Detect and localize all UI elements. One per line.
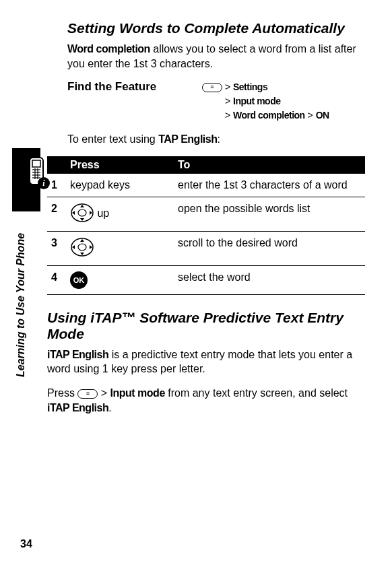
enter-text-line: To enter text using TAP English:: [67, 132, 365, 147]
svg-marker-21: [90, 245, 92, 249]
step-press: [66, 231, 174, 265]
enter-post: :: [217, 133, 220, 145]
find-feature-block: Find the Feature > Settings > Input mode…: [67, 80, 365, 123]
nav-key-icon: [70, 203, 94, 226]
p2f: .: [108, 402, 111, 413]
table-row: 1 keypad keys enter the 1st 3 characters…: [47, 174, 365, 197]
step-to: open the possible words list: [174, 197, 365, 231]
ok-key-icon: OK: [70, 271, 88, 289]
p2b: >: [98, 387, 110, 399]
step-num: 3: [47, 231, 66, 265]
steps-table: Press To 1 keypad keys enter the 1st 3 c…: [47, 156, 365, 295]
table-row: 2 up open the possible wo: [47, 197, 365, 231]
path-input-mode: Input mode: [233, 96, 280, 106]
phone-info-icon: i: [22, 156, 51, 197]
svg-point-17: [78, 244, 86, 251]
sep1: >: [222, 81, 233, 92]
tap-english: TAP English: [158, 133, 217, 145]
step-to: scroll to the desired word: [174, 231, 365, 265]
menu-path: > Settings > Input mode > Word completio…: [202, 80, 329, 123]
table-row: 4 OK select the word: [47, 265, 365, 294]
itap-paragraph-2: Press > Input mode from any text entry s…: [47, 386, 365, 415]
step-press: OK: [66, 265, 174, 294]
press-extra: up: [97, 207, 109, 219]
menu-key-icon: [77, 389, 98, 399]
page-number: 34: [20, 538, 32, 550]
svg-marker-15: [90, 211, 92, 215]
step-num: 2: [47, 197, 66, 231]
sep4: >: [305, 110, 316, 121]
heading-itap: Using iTAP™ Software Predictive Text Ent…: [47, 310, 365, 342]
path-settings: Settings: [233, 81, 267, 92]
step-to: select the word: [174, 265, 365, 294]
p2a: Press: [47, 387, 77, 399]
svg-point-11: [78, 209, 86, 216]
itap-paragraph-1: iTAP English is a predictive text entry …: [47, 347, 365, 376]
find-feature-label: Find the Feature: [67, 80, 202, 123]
svg-marker-12: [80, 205, 84, 207]
step-press: keypad keys: [66, 174, 174, 197]
step-to: enter the 1st 3 characters of a word: [174, 174, 365, 197]
intro-paragraph: Word completion allows you to select a w…: [67, 42, 365, 71]
svg-marker-20: [72, 245, 75, 249]
nav-key-icon: [70, 237, 94, 260]
svg-marker-19: [80, 253, 84, 255]
term-word-completion: Word completion: [67, 43, 150, 55]
path-word-completion: Word completion: [233, 110, 305, 121]
p2d: from any text entry screen, and select: [165, 387, 348, 399]
svg-rect-1: [32, 160, 40, 167]
p2-input-mode: Input mode: [110, 387, 165, 399]
sep3: >: [225, 110, 233, 121]
col-head-press: Press: [66, 156, 174, 174]
enter-pre: To enter text using: [67, 133, 158, 145]
term-itap-english: iTAP English: [47, 349, 108, 360]
p2-itap-english: iTAP English: [47, 402, 108, 413]
svg-marker-14: [72, 211, 75, 215]
path-on: ON: [316, 110, 329, 121]
table-row: 3 scroll to the desired word: [47, 231, 365, 265]
menu-key-icon: [202, 83, 222, 92]
svg-marker-18: [80, 239, 84, 242]
step-press: up: [66, 197, 174, 231]
step-num: 4: [47, 265, 66, 294]
sep2: >: [225, 96, 233, 106]
heading-word-completion: Setting Words to Complete Automatically: [67, 20, 365, 36]
col-head-to: To: [174, 156, 365, 174]
svg-marker-13: [80, 218, 84, 221]
